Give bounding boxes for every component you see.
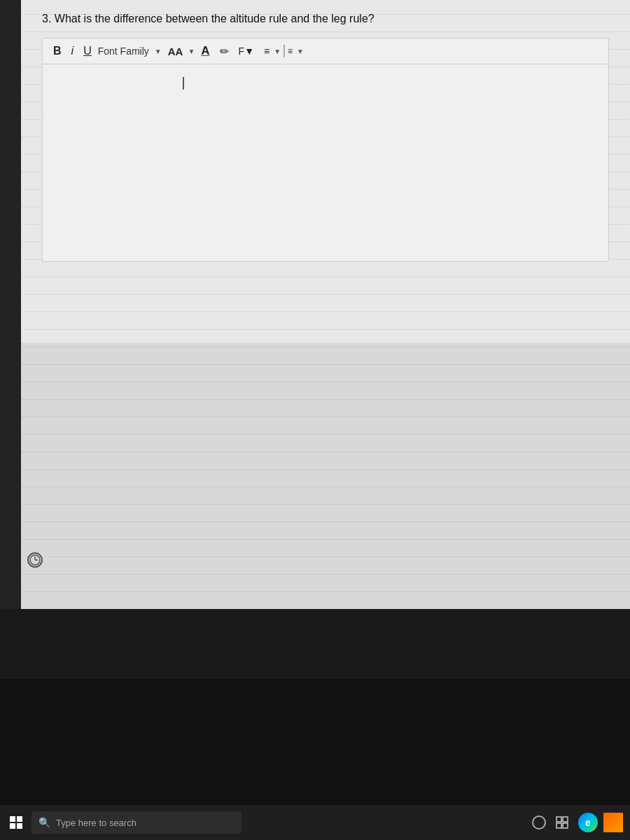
search-bar[interactable]: 🔍 Type here to search bbox=[31, 811, 241, 834]
svg-rect-4 bbox=[17, 816, 22, 822]
start-button[interactable] bbox=[0, 805, 31, 840]
widgets-button[interactable] bbox=[552, 812, 573, 833]
font-family-label: Font Family bbox=[98, 46, 149, 57]
svg-rect-6 bbox=[17, 823, 22, 829]
svg-rect-9 bbox=[556, 823, 561, 828]
font-size-large-arrow[interactable]: ▼ bbox=[188, 48, 195, 55]
cortana-button[interactable] bbox=[532, 816, 546, 830]
font-family-dropdown-arrow[interactable]: ▼ bbox=[155, 48, 162, 55]
font-size-group[interactable]: AA ▼ bbox=[164, 44, 195, 59]
folder-icon[interactable] bbox=[603, 813, 623, 832]
clock-svg bbox=[29, 554, 41, 566]
taskbar-right: e bbox=[532, 812, 630, 833]
lower-area bbox=[21, 343, 630, 609]
clock-icon[interactable] bbox=[27, 552, 43, 568]
unordered-list-group[interactable]: ≡ ▼ bbox=[260, 44, 281, 58]
question-number: 3. bbox=[42, 13, 51, 24]
taskbar: 🔍 Type here to search e bbox=[0, 805, 630, 840]
italic-button[interactable]: i bbox=[68, 43, 78, 59]
text-cursor bbox=[183, 77, 184, 90]
align-group[interactable]: F▼ bbox=[235, 44, 258, 58]
windows-icon bbox=[10, 816, 22, 829]
svg-rect-5 bbox=[10, 823, 15, 829]
ordered-list-arrow[interactable]: ▼ bbox=[297, 48, 304, 55]
unordered-list-arrow[interactable]: ▼ bbox=[274, 48, 281, 55]
editor-body[interactable] bbox=[43, 64, 608, 253]
svg-rect-3 bbox=[10, 816, 15, 822]
toolbar: B i U Font Family ▼ AA ▼ A bbox=[43, 38, 608, 64]
search-icon: 🔍 bbox=[38, 817, 50, 828]
align-btn[interactable]: F▼ bbox=[235, 44, 258, 58]
svg-rect-8 bbox=[563, 817, 568, 822]
editor-container[interactable]: B i U Font Family ▼ AA ▼ A bbox=[42, 38, 609, 262]
edge-browser-icon[interactable]: e bbox=[578, 813, 598, 832]
clock-icon-area[interactable] bbox=[21, 546, 49, 574]
bold-button[interactable]: B bbox=[50, 43, 65, 59]
font-color-group[interactable]: A bbox=[197, 43, 213, 59]
unordered-list-btn[interactable]: ≡ bbox=[260, 44, 272, 58]
highlight-button[interactable]: ✏ bbox=[216, 43, 232, 59]
question-text: 3. What is the difference between the al… bbox=[42, 13, 609, 25]
ordered-list-btn[interactable]: ≡ bbox=[284, 45, 295, 57]
side-panel bbox=[0, 0, 21, 609]
question-area: 3. What is the difference between the al… bbox=[21, 0, 630, 269]
svg-rect-7 bbox=[556, 817, 561, 822]
underline-button[interactable]: U bbox=[80, 43, 95, 59]
widgets-icon bbox=[555, 816, 569, 830]
ordered-list-group[interactable]: ≡ ▼ bbox=[284, 45, 304, 57]
svg-rect-10 bbox=[563, 823, 568, 828]
font-family-group[interactable]: Font Family ▼ bbox=[98, 46, 162, 57]
search-placeholder: Type here to search bbox=[56, 818, 136, 828]
font-color-btn[interactable]: A bbox=[197, 43, 213, 59]
question-body: What is the difference between the altit… bbox=[55, 13, 374, 24]
font-size-large-btn[interactable]: AA bbox=[164, 44, 187, 59]
